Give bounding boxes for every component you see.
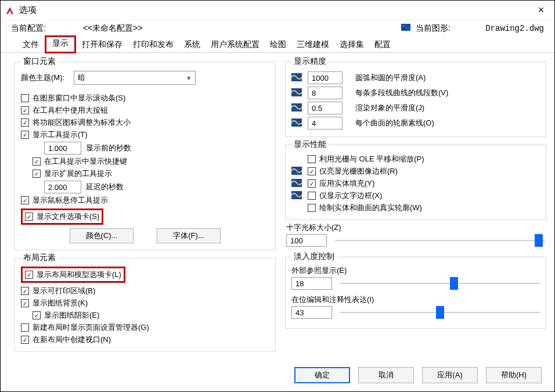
render-smooth-input[interactable] [308,102,343,114]
display-precision-group: 显示精度 圆弧和圆的平滑度(A) 每条多段线曲线的线段数(V) 渲染对象的平滑度… [285,56,546,137]
create-viewport-checkbox[interactable] [21,336,29,344]
help-button[interactable]: 帮助(H) [486,367,542,383]
polyline-seg-label: 每条多段线曲线的线段数(V) [355,88,448,98]
display-performance-legend: 显示性能 [291,139,329,150]
show-paper-shadow-checkbox[interactable] [33,311,41,319]
tab-strip: 文件 显示 打开和保存 打印和发布 系统 用户系统配置 绘图 三维建模 选择集 … [1,37,554,53]
display-performance-group: 显示性能 利用光栅与 OLE 平移和缩放(P) 仅亮显光栅图像边框(R) 应用实… [285,139,546,220]
true-silhouette-label: 绘制实体和曲面的真实轮廓(W) [319,203,422,213]
drawing-icon [291,179,303,188]
current-drawing-filename: Drawing2.dwg [485,24,544,33]
show-shortcut-checkbox[interactable] [33,157,41,166]
chevron-down-icon: ▼ [186,75,192,81]
tab-file[interactable]: 文件 [18,37,44,52]
show-layout-tabs-checkbox[interactable] [25,271,33,279]
tab-drafting[interactable]: 绘图 [265,37,291,52]
crosshair-size-input[interactable] [286,234,327,247]
tab-profiles[interactable]: 配置 [370,37,395,52]
arc-smooth-input[interactable] [308,71,343,84]
drawing-icon [291,103,303,113]
show-tooltip-checkbox[interactable] [21,131,29,139]
color-theme-combo[interactable]: 暗 ▼ [74,71,196,85]
apply-button[interactable]: 应用(A) [422,367,478,383]
new-layout-pagesetup-label: 新建布局时显示页面设置管理器(G) [33,322,149,333]
surface-iso-input[interactable] [308,117,343,130]
xref-fade-label: 外部参照显示(E) [291,265,540,276]
dialog-title: 选项 [19,5,37,16]
fade-control-group: 淡入度控制 外部参照显示(E) 在位编辑和注释性表达(I) [285,251,546,329]
show-scrollbar-checkbox[interactable] [21,94,29,102]
show-printable-checkbox[interactable] [21,287,29,295]
titlebar: 选项 × [1,1,554,20]
ok-button[interactable]: 确定 [294,367,350,383]
show-file-tabs-label: 显示文件选项卡(S) [37,211,99,222]
show-shortcut-label: 在工具提示中显示快捷键 [44,156,127,167]
close-button[interactable]: × [528,1,554,20]
fonts-button[interactable]: 字体(F)... [157,228,221,243]
toolbar-bigbtn-label: 在工具栏中使用大按钮 [33,105,108,116]
tab-open-save[interactable]: 打开和保存 [77,37,127,52]
solid-fill-checkbox[interactable] [308,179,316,188]
tab-selection[interactable]: 选择集 [335,37,369,52]
solid-fill-label: 应用实体填充(Y) [319,178,374,189]
options-dialog: 选项 × 当前配置: <<未命名配置>> 当前图形: Drawing2.dwg … [0,0,555,392]
current-profile-label: 当前配置: [11,23,46,34]
raster-ole-label: 利用光栅与 OLE 平移和缩放(P) [319,154,424,164]
crosshair-size-slider[interactable] [335,236,545,245]
layout-elements-group: 布局元素 显示布局和模型选项卡(L) 显示可打印区域(B) 显示图纸背景(K) … [15,253,276,352]
polyline-seg-input[interactable] [308,87,343,99]
drawing-icon [291,73,303,82]
current-profile-name: <<未命名配置>> [83,23,143,34]
layout-tabs-highlight: 显示布局和模型选项卡(L) [21,267,125,283]
show-paper-shadow-label: 显示图纸阴影(E) [44,310,99,321]
xref-fade-input[interactable] [291,277,332,290]
show-file-tabs-checkbox[interactable] [25,213,33,221]
drawing-icon [291,118,303,128]
raster-frame-label: 仅亮显光栅图像边框(R) [319,166,398,177]
tab-system[interactable]: 系统 [179,37,205,52]
new-layout-pagesetup-checkbox[interactable] [21,323,29,332]
window-elements-legend: 窗口元素 [21,56,58,67]
show-ext-tooltip-checkbox[interactable] [33,170,41,178]
inplace-fade-label: 在位编辑和注释性表达(I) [291,294,540,305]
render-smooth-label: 渲染对象的平滑度(J) [355,103,424,113]
tab-print[interactable]: 打印和发布 [128,37,178,52]
close-icon: × [538,4,545,16]
show-printable-label: 显示可打印区域(B) [33,286,95,296]
ext-delay-label: 延迟的秒数 [86,182,124,192]
drawing-icon [291,167,303,176]
inplace-fade-slider[interactable] [340,308,540,317]
tooltip-delay-input[interactable] [44,142,81,154]
colors-button[interactable]: 颜色(C)... [70,228,134,243]
profile-info-row: 当前配置: <<未命名配置>> 当前图形: Drawing2.dwg [1,20,554,36]
cancel-button[interactable]: 取消 [358,367,414,383]
drawing-icon [291,88,303,98]
show-paper-bg-label: 显示图纸背景(K) [33,298,88,308]
show-paper-bg-checkbox[interactable] [21,299,29,307]
drawing-icon [401,23,411,34]
raster-frame-checkbox[interactable] [308,167,316,175]
inplace-fade-input[interactable] [291,306,332,319]
show-hover-checkbox[interactable] [21,196,29,204]
raster-ole-checkbox[interactable] [308,155,316,163]
text-frame-label: 仅显示文字边框(X) [319,190,382,201]
window-elements-group: 窗口元素 颜色主题(M): 暗 ▼ 在图形窗口中显示滚动条(S) 在工具栏中使用… [15,56,276,250]
crosshair-size-label: 十字光标大小(Z) [286,222,545,233]
show-scrollbar-label: 在图形窗口中显示滚动条(S) [33,93,125,103]
ribbon-icon-checkbox[interactable] [21,118,29,127]
xref-fade-slider[interactable] [340,279,540,288]
true-silhouette-checkbox[interactable] [308,204,316,212]
ribbon-icon-label: 将功能区图标调整为标准大小 [33,117,131,128]
fade-control-legend: 淡入度控制 [291,251,337,262]
surface-iso-label: 每个曲面的轮廓素线(O) [355,118,434,128]
color-theme-label: 颜色主题(M): [21,73,64,83]
show-hover-label: 显示鼠标悬停工具提示 [33,195,108,206]
tab-user-pref[interactable]: 用户系统配置 [206,37,264,52]
file-tabs-highlight: 显示文件选项卡(S) [21,208,103,225]
toolbar-bigbtn-checkbox[interactable] [21,106,29,114]
tab-3d[interactable]: 三维建模 [292,37,334,52]
tab-display[interactable]: 显示 [45,35,76,53]
text-frame-checkbox[interactable] [308,192,316,200]
display-precision-legend: 显示精度 [291,56,329,67]
ext-delay-input[interactable] [44,181,81,193]
